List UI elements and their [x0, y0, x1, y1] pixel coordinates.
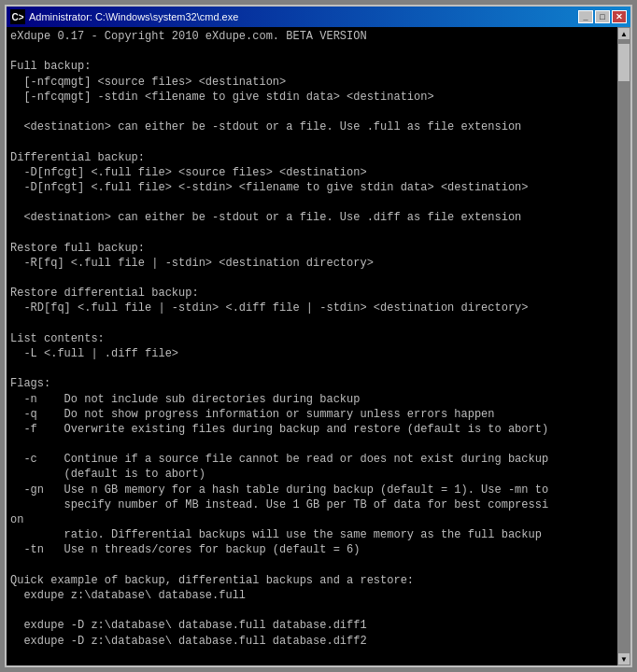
maximize-button[interactable]: □	[595, 10, 610, 23]
scrollbar[interactable]: ▲ ▼	[617, 27, 630, 665]
titlebar: C> Administrator: C:\Windows\system32\cm…	[7, 7, 630, 27]
scroll-down-arrow[interactable]: ▼	[617, 652, 630, 665]
titlebar-left: C> Administrator: C:\Windows\system32\cm…	[10, 9, 238, 24]
titlebar-buttons: _ □ ✕	[578, 10, 627, 23]
terminal-output: eXdupe 0.17 - Copyright 2010 eXdupe.com.…	[7, 27, 617, 665]
scrollbar-thumb[interactable]	[618, 44, 630, 81]
scrollbar-track[interactable]	[617, 40, 630, 652]
close-button[interactable]: ✕	[612, 10, 627, 23]
cmd-window: C> Administrator: C:\Windows\system32\cm…	[5, 5, 632, 667]
titlebar-title: Administrator: C:\Windows\system32\cmd.e…	[29, 11, 238, 22]
window-icon: C>	[10, 9, 25, 24]
content-area: eXdupe 0.17 - Copyright 2010 eXdupe.com.…	[7, 27, 630, 665]
minimize-button[interactable]: _	[578, 10, 593, 23]
scroll-up-arrow[interactable]: ▲	[617, 27, 630, 40]
